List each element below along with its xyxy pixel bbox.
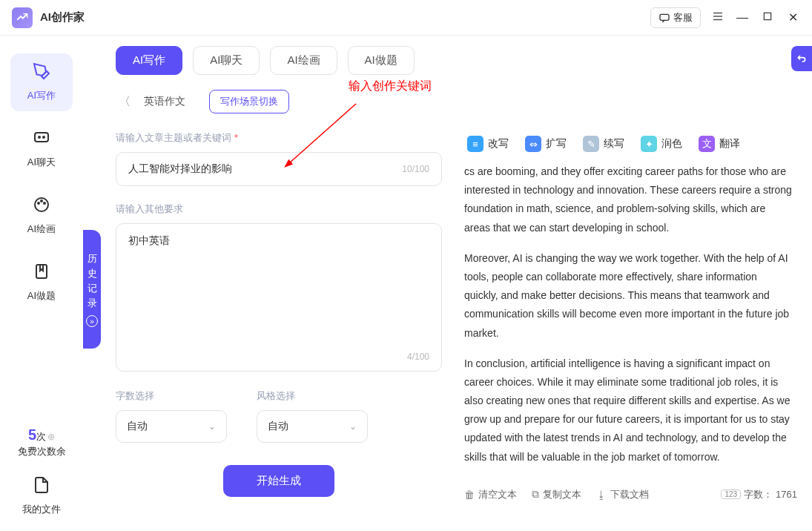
topic-label: 请输入文章主题或者关键词* [116,131,442,145]
sidebar-item-label: AI聊天 [27,156,56,169]
translate-icon: 文 [699,136,715,152]
rewrite-icon: ≡ [467,136,483,152]
download-button[interactable]: ⭳下载文档 [596,488,649,501]
app-logo [12,7,33,28]
svg-rect-0 [660,14,669,20]
svg-rect-5 [35,133,48,142]
bookmark-icon [33,263,50,285]
support-button[interactable]: 客服 [650,7,701,28]
plus-icon[interactable]: ⊕ [47,432,55,442]
sidebar-item-write[interactable]: AI写作 [10,53,73,111]
svg-point-7 [43,136,44,138]
tool-label: 翻译 [719,137,740,151]
sidebar-item-paint[interactable]: AI绘画 [10,187,73,245]
extra-textarea-box[interactable]: 初中英语 4/100 [116,223,442,372]
words-label: 字数选择 [116,389,227,403]
myfiles-label: 我的文件 [22,503,61,516]
words-value: 自动 [127,420,148,433]
footer-label: 复制文本 [543,488,581,501]
tool-expand[interactable]: ⇔扩写 [525,136,567,152]
square-icon [762,11,773,22]
polish-icon: ✦ [641,136,657,152]
breadcrumb-text: 英语作文 [144,95,185,108]
top-tabs: AI写作 AI聊天 AI绘画 AI做题 [116,46,797,75]
svg-point-6 [39,136,40,138]
switch-scene-button[interactable]: 写作场景切换 [209,90,289,113]
tool-label: 续写 [604,137,624,151]
sidebar-item-label: AI绘画 [27,222,56,236]
sidebar-item-label: AI写作 [27,89,56,102]
side-action-button[interactable] [791,46,812,71]
chevron-right-icon: » [86,315,98,327]
extra-textarea[interactable]: 初中英语 [128,234,429,346]
copy-icon: ⧉ [532,488,539,501]
pen-icon [33,62,50,85]
extra-label: 请输入其他要求 [116,202,442,216]
output-paragraph: cs are booming, and they offer exciting … [464,162,793,237]
menu-button[interactable] [711,10,724,26]
style-select[interactable]: 自动 ⌄ [257,410,368,443]
wc-label: 字数： [744,488,773,501]
file-icon [33,476,50,498]
output-paragraph: In conclusion, artificial intelligence i… [464,354,793,466]
tab-homework[interactable]: AI做题 [348,46,415,75]
tab-chat[interactable]: AI聊天 [193,46,260,75]
quota-display: 5次⊕ 免费次数余 [18,426,66,458]
style-label: 风格选择 [257,389,368,403]
download-icon: ⭳ [596,489,607,501]
clear-button[interactable]: 🗑清空文本 [464,488,517,501]
wc-value: 1761 [776,489,797,500]
breadcrumb: 〈 英语作文 写作场景切换 [116,90,797,113]
footer-label: 下载文档 [610,488,649,501]
quota-times: 次 [36,431,46,442]
tool-continue[interactable]: ✎续写 [583,136,624,152]
expand-icon: ⇔ [525,136,541,152]
history-tab[interactable]: 历史记录 » [83,230,101,349]
tool-label: 扩写 [546,137,567,151]
minimize-button[interactable]: — [735,11,750,24]
sidebar-item-homework[interactable]: AI做题 [10,254,73,311]
svg-point-11 [44,202,45,204]
menu-icon [711,10,724,23]
word-count: 123 字数： 1761 [721,488,797,501]
chevron-down-icon: ⌄ [208,421,216,432]
tool-rewrite[interactable]: ≡改写 [467,136,509,152]
annotation-text: 输入创作关键词 [349,79,432,94]
svg-rect-4 [764,13,770,19]
topic-input-box[interactable]: 10/100 [116,152,442,186]
copy-button[interactable]: ⧉复制文本 [532,488,581,501]
tab-write[interactable]: AI写作 [116,46,182,75]
extra-counter: 4/100 [407,352,429,362]
myfiles-button[interactable]: 我的文件 [22,476,61,516]
svg-point-10 [41,200,42,202]
style-value: 自动 [268,420,288,433]
palette-icon [33,196,50,218]
continue-icon: ✎ [583,136,599,152]
generate-button[interactable]: 开始生成 [223,465,334,497]
tool-label: 润色 [661,137,682,151]
chat-icon [658,12,670,24]
close-button[interactable]: ✕ [785,10,800,24]
trash-icon: 🗑 [464,489,475,501]
input-panel: 请输入文章主题或者关键词* 10/100 请输入其他要求 初中英语 4/100 … [116,131,442,510]
support-label: 客服 [673,11,693,24]
output-text[interactable]: cs are booming, and they offer exciting … [464,162,797,478]
svg-point-9 [38,202,39,204]
output-footer: 🗑清空文本 ⧉复制文本 ⭳下载文档 123 字数： 1761 [464,478,797,510]
maximize-button[interactable] [760,11,775,24]
tool-translate[interactable]: 文翻译 [699,136,740,152]
footer-label: 清空文本 [478,488,517,501]
svg-rect-12 [36,265,47,278]
topic-input[interactable] [128,163,402,175]
quota-number: 5 [28,426,36,443]
wc-badge-icon: 123 [721,489,741,499]
sidebar-item-chat[interactable]: AI聊天 [10,120,73,178]
tab-paint[interactable]: AI绘画 [270,46,337,75]
app-title: AI创作家 [40,10,85,24]
tool-polish[interactable]: ✦润色 [641,136,682,152]
sidebar-item-label: AI做题 [27,289,56,303]
chevron-down-icon: ⌄ [349,421,357,432]
words-select[interactable]: 自动 ⌄ [116,410,227,443]
tools-row: ≡改写 ⇔扩写 ✎续写 ✦润色 文翻译 [464,136,797,152]
back-button[interactable]: 〈 [116,94,133,110]
